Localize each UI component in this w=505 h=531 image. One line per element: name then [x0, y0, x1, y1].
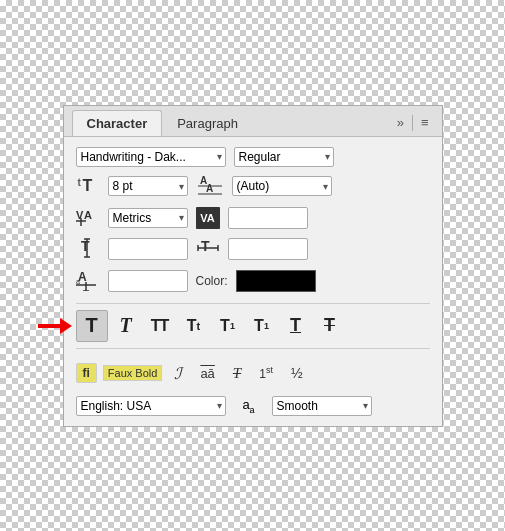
- baseline-shift-input[interactable]: 0 pt: [108, 270, 188, 292]
- tab-divider: [412, 115, 413, 131]
- type-btn-italic[interactable]: T: [110, 310, 142, 342]
- leading-select[interactable]: (Auto): [232, 176, 332, 196]
- scale-row: T 100% T 100%: [76, 237, 430, 262]
- ot-btn-strikethrough[interactable]: T: [227, 363, 247, 384]
- type-btn-strikethrough[interactable]: T: [314, 310, 346, 342]
- type-btn-allcaps[interactable]: TT: [144, 310, 176, 342]
- ot-btn-overline[interactable]: aā: [194, 364, 220, 383]
- baseline-color-row: A a 0 pt Color:: [76, 269, 430, 294]
- color-swatch[interactable]: [236, 270, 316, 292]
- svg-text:V: V: [76, 209, 84, 221]
- horizontal-scale-icon: T: [196, 237, 220, 262]
- baseline-shift-icon: A a: [76, 269, 100, 294]
- kerning-tracking-row: V A Metrics VA 0: [76, 206, 430, 230]
- size-wrap: 8 pt: [108, 176, 188, 196]
- svg-text:A: A: [206, 183, 213, 194]
- font-style-wrap: Regular: [234, 147, 334, 167]
- kerning-wrap: Metrics: [108, 208, 188, 228]
- language-wrap: English: USA: [76, 396, 226, 416]
- color-label: Color:: [196, 274, 228, 288]
- size-leading-row: t T 8 pt A A (Auto): [76, 174, 430, 199]
- size-icon: t T: [76, 177, 100, 195]
- tab-paragraph[interactable]: Paragraph: [162, 110, 253, 136]
- type-btn-smallcaps[interactable]: Tt: [178, 310, 210, 342]
- tab-character[interactable]: Character: [72, 110, 163, 136]
- ot-btn-superscript-num[interactable]: 1st: [253, 363, 279, 383]
- horizontal-scale-input[interactable]: 100%: [228, 238, 308, 260]
- tabs-row: Character Paragraph » ≡: [64, 106, 442, 137]
- type-styles-section: T T TT Tt T1 T1 T T: [76, 301, 430, 351]
- font-name-wrap: Handwriting - Dak...: [76, 147, 226, 167]
- antialiasing-label: aa: [234, 397, 264, 415]
- ot-btn-fraction[interactable]: ½: [285, 363, 309, 383]
- vertical-scale-input[interactable]: 100%: [108, 238, 188, 260]
- faux-bold-tooltip: Faux Bold: [103, 365, 163, 381]
- character-panel: Character Paragraph » ≡ Handwriting - Da…: [63, 105, 443, 427]
- arrow-body: [38, 324, 60, 328]
- svg-text:T: T: [81, 238, 90, 254]
- language-select[interactable]: English: USA: [76, 396, 226, 416]
- tracking-va-icon: VA: [196, 207, 220, 229]
- tracking-input[interactable]: 0: [228, 207, 308, 229]
- type-btn-subscript[interactable]: T1: [246, 310, 278, 342]
- panel-body: Handwriting - Dak... Regular t T 8 pt: [64, 137, 442, 426]
- vertical-scale-icon: T: [76, 237, 100, 262]
- antialiasing-select[interactable]: Smooth: [272, 396, 372, 416]
- more-tabs-icon[interactable]: »: [392, 111, 409, 134]
- type-btn-bold[interactable]: T: [76, 310, 108, 342]
- leading-icon: A A: [196, 174, 224, 199]
- arrow-indicator: [38, 318, 72, 334]
- opentype-row: fi Faux Bold ℐ aā T 1st ½: [76, 358, 430, 389]
- svg-text:A: A: [84, 209, 92, 221]
- font-style-select[interactable]: Regular: [234, 147, 334, 167]
- arrow-head: [60, 318, 72, 334]
- svg-text:T: T: [201, 238, 210, 254]
- type-btn-superscript[interactable]: T1: [212, 310, 244, 342]
- ot-btn-ligature[interactable]: fi: [76, 363, 97, 383]
- type-btn-underline[interactable]: T: [280, 310, 312, 342]
- ot-btn-faux-italic[interactable]: ℐ: [168, 362, 188, 385]
- kerning-select[interactable]: Metrics: [108, 208, 188, 228]
- antialiasing-wrap: Smooth: [272, 396, 372, 416]
- font-name-select[interactable]: Handwriting - Dak...: [76, 147, 226, 167]
- leading-wrap: (Auto): [232, 176, 332, 196]
- panel-menu-icon[interactable]: ≡: [416, 111, 434, 134]
- font-row: Handwriting - Dak... Regular: [76, 147, 430, 167]
- svg-text:a: a: [76, 278, 80, 285]
- language-row: English: USA aa Smooth: [76, 396, 430, 416]
- kerning-icon: V A: [76, 206, 100, 230]
- type-styles-row: T T TT Tt T1 T1 T T: [76, 303, 430, 349]
- size-select[interactable]: 8 pt: [108, 176, 188, 196]
- tracking-icon: VA: [196, 207, 220, 229]
